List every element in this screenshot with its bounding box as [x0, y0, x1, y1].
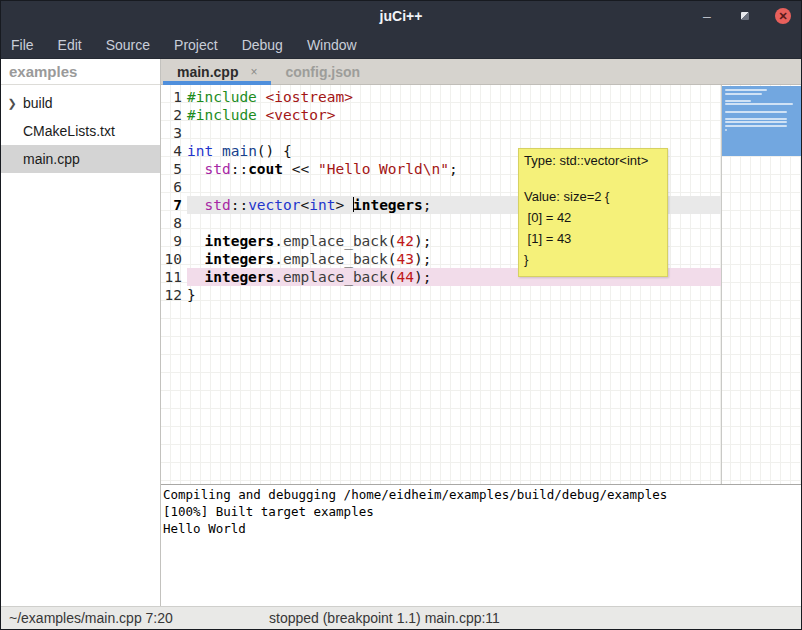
code-token: std	[204, 161, 230, 177]
line-content[interactable]: }	[187, 286, 721, 304]
line-content[interactable]	[187, 124, 721, 142]
app-window: juCi++ – ✕ FileEditSourceProjectDebugWin…	[0, 0, 802, 630]
code-token: int	[309, 197, 335, 213]
code-token: "Hello World\n"	[318, 161, 449, 177]
menu-item-window[interactable]: Window	[296, 34, 368, 56]
tree-item-label: CMakeLists.txt	[23, 123, 115, 139]
code-token: std	[204, 197, 230, 213]
tabbar: main.cpp×config.json	[161, 59, 801, 85]
minimap-code-line	[725, 118, 787, 120]
line-number[interactable]: 5	[161, 160, 187, 178]
code-token: <iostream>	[266, 89, 353, 105]
code-editor[interactable]: 1#include <iostream>2#include <vector>34…	[161, 85, 801, 484]
line-number[interactable]: 1	[161, 88, 187, 106]
code-token	[187, 233, 204, 249]
minimap-slider[interactable]	[722, 86, 801, 156]
code-line[interactable]: 3	[161, 124, 721, 142]
line-number[interactable]: 4	[161, 142, 187, 160]
code-token: integers	[204, 233, 274, 249]
code-token: .	[274, 269, 283, 285]
code-token: (	[388, 269, 397, 285]
restore-icon[interactable]	[737, 8, 753, 24]
tab-main-cpp[interactable]: main.cpp×	[163, 59, 271, 84]
minimap-code-line	[725, 111, 787, 113]
code-token: () {	[257, 143, 292, 159]
code-token	[187, 197, 204, 213]
code-line[interactable]: 1#include <iostream>	[161, 88, 721, 106]
line-number[interactable]: 12	[161, 286, 187, 304]
file-tree: ❯buildCMakeLists.txtmain.cpp	[1, 85, 160, 173]
code-token	[213, 143, 222, 159]
line-number[interactable]: 2	[161, 106, 187, 124]
code-token	[257, 107, 266, 123]
menu-item-debug[interactable]: Debug	[231, 34, 294, 56]
line-content[interactable]: #include <iostream>	[187, 88, 721, 106]
restore-square-icon	[741, 12, 749, 20]
tab-config-json[interactable]: config.json	[271, 59, 374, 84]
code-token	[187, 251, 204, 267]
minimize-icon[interactable]: –	[699, 8, 715, 24]
code-token: .	[274, 251, 283, 267]
code-token: );	[414, 269, 431, 285]
status-file-position: ~/examples/main.cpp 7:20	[9, 610, 173, 626]
code-token: );	[414, 233, 431, 249]
code-token: vector	[248, 197, 300, 213]
minimap-code-line	[725, 100, 751, 102]
main-area: examples ❯buildCMakeLists.txtmain.cpp ma…	[1, 59, 801, 606]
line-number[interactable]: 11	[161, 268, 187, 286]
minimap-code-line	[725, 89, 767, 91]
menu-item-file[interactable]: File	[11, 34, 45, 56]
menubar: FileEditSourceProjectDebugWindow	[1, 31, 801, 59]
tree-item-label: main.cpp	[23, 151, 80, 167]
line-number[interactable]: 9	[161, 232, 187, 250]
code-token: main	[222, 143, 257, 159]
code-token: ;	[423, 197, 432, 213]
code-token: integers	[353, 197, 423, 213]
minimap-code-line	[725, 93, 762, 95]
tree-item-label: build	[23, 95, 53, 111]
window-controls: – ✕	[699, 1, 791, 31]
code-token: int	[187, 143, 213, 159]
close-icon[interactable]: ✕	[775, 8, 791, 24]
code-line[interactable]: 12}	[161, 286, 721, 304]
code-token: #include	[187, 107, 257, 123]
sidebar-item-cmakelists-txt[interactable]: CMakeLists.txt	[1, 117, 160, 145]
menu-item-edit[interactable]: Edit	[47, 34, 93, 56]
code-token: integers	[204, 251, 274, 267]
debug-value-tooltip: Type: std::vector<int> Value: size=2 { […	[518, 148, 668, 277]
line-number[interactable]: 6	[161, 178, 187, 196]
minimap-code-line	[725, 121, 787, 123]
code-token: #include	[187, 89, 257, 105]
code-token: (	[388, 251, 397, 267]
code-token: 44	[397, 269, 414, 285]
line-content[interactable]: #include <vector>	[187, 106, 721, 124]
code-token	[187, 269, 204, 285]
chevron-right-icon[interactable]: ❯	[1, 97, 23, 110]
minimap[interactable]	[721, 85, 801, 484]
code-token	[187, 161, 204, 177]
code-token: <<	[283, 161, 318, 177]
menu-item-project[interactable]: Project	[163, 34, 229, 56]
code-line[interactable]: 2#include <vector>	[161, 106, 721, 124]
sidebar-item-main-cpp[interactable]: main.cpp	[1, 145, 160, 173]
code-token: 42	[397, 233, 414, 249]
titlebar[interactable]: juCi++ – ✕	[1, 1, 801, 31]
tab-close-icon[interactable]: ×	[250, 65, 257, 79]
code-token: ::	[231, 197, 248, 213]
sidebar-item-build[interactable]: ❯build	[1, 89, 160, 117]
code-token: }	[187, 287, 196, 303]
code-token: .	[274, 233, 283, 249]
tooltip-type-line: Type: std::vector<int>	[524, 153, 662, 168]
code-token: 43	[397, 251, 414, 267]
line-number[interactable]: 10	[161, 250, 187, 268]
code-token: >	[335, 197, 352, 213]
line-number[interactable]: 3	[161, 124, 187, 142]
editor-column: main.cpp×config.json 1#include <iostream…	[161, 59, 801, 606]
minimap-code-line	[725, 103, 793, 105]
code-token: <	[301, 197, 310, 213]
line-number[interactable]: 8	[161, 214, 187, 232]
line-number[interactable]: 7	[161, 196, 187, 214]
menu-item-source[interactable]: Source	[95, 34, 161, 56]
code-token: );	[414, 251, 431, 267]
terminal-output[interactable]: Compiling and debugging /home/eidheim/ex…	[161, 485, 801, 606]
